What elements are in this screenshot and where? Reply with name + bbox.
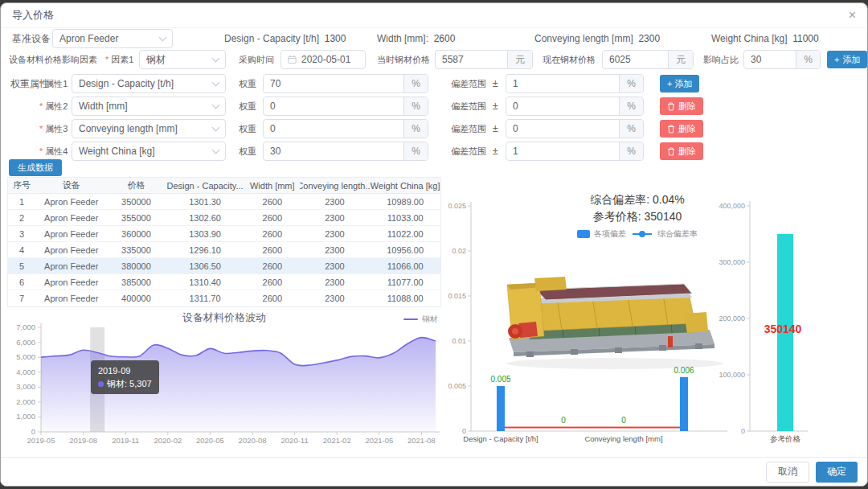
attr-select[interactable]: Conveying length [mm] xyxy=(72,119,226,138)
impact-ratio-input[interactable] xyxy=(744,51,796,68)
table-row[interactable]: 7Apron Feeder4000001311.702600230011088.… xyxy=(8,290,440,306)
attr-select[interactable]: Weight China [kg] xyxy=(72,142,226,161)
spec-capacity: Design - Capacity [t/h] 1300 xyxy=(224,29,346,48)
svg-text:2019-08: 2019-08 xyxy=(69,436,97,445)
unit-yuan: 元 xyxy=(507,51,532,68)
chevron-down-icon xyxy=(212,101,220,109)
weight-input[interactable] xyxy=(264,142,403,160)
deviation-chart-panel[interactable]: 综合偏差率: 0.04% 参考价格: 350140 各项偏差 综合偏差率 00.… xyxy=(444,179,866,450)
deviation-range-label: 偏差范围 xyxy=(451,74,486,93)
table-cell: 2300 xyxy=(300,290,371,306)
table-cell: 2300 xyxy=(300,226,371,241)
weight-label: 权重 xyxy=(239,97,256,116)
factor-select[interactable]: 钢材 xyxy=(139,50,226,69)
svg-text:2021-05: 2021-05 xyxy=(365,436,393,445)
deviation-input-group: % xyxy=(506,119,644,138)
column-header: Design - Capacity... xyxy=(165,178,245,193)
attr-select[interactable]: Design - Capacity [t/h] xyxy=(72,74,226,93)
material-factor-row: 设备材料价格影响因素 *因素1 钢材 采购时间 当时钢材价格 元 现在钢材价格 … xyxy=(1,50,867,69)
svg-text:0.015: 0.015 xyxy=(448,292,466,300)
table-cell: Apron Feeder xyxy=(35,194,108,209)
base-device-select[interactable]: Apron Feeder xyxy=(52,29,173,48)
table-cell: 2 xyxy=(8,210,35,225)
table-cell: 10956.00 xyxy=(370,242,440,257)
purchase-date-field[interactable] xyxy=(301,54,358,65)
table-cell: 11088.00 xyxy=(370,290,440,306)
svg-text:0: 0 xyxy=(561,416,566,425)
deviation-input[interactable] xyxy=(506,142,619,160)
svg-text:1,000: 1,000 xyxy=(16,412,35,421)
add-factor-button[interactable]: + 添加 xyxy=(827,51,867,68)
weight-label: 权重 xyxy=(239,142,256,161)
svg-text:0.005: 0.005 xyxy=(490,375,510,384)
table-cell: 2600 xyxy=(245,210,300,225)
table-row[interactable]: 2Apron Feeder3550001302.602600230011033.… xyxy=(8,210,440,226)
column-header: 设备 xyxy=(35,178,108,193)
svg-text:2021-02: 2021-02 xyxy=(323,436,351,445)
legend-item-bar[interactable]: 各项偏差 xyxy=(577,228,626,240)
svg-text:0.005: 0.005 xyxy=(448,382,466,390)
weight-attr-row: *属性2Width [mm]权重%偏差范围±% 删除 xyxy=(1,97,867,116)
attr-label: *属性3 xyxy=(39,119,68,138)
delete-attr-button[interactable]: 删除 xyxy=(660,97,703,115)
impact-ratio-group: % xyxy=(743,50,821,69)
chevron-down-icon xyxy=(212,124,220,132)
base-device-label: 基准设备 xyxy=(12,29,51,48)
cancel-button[interactable]: 取消 xyxy=(766,462,809,483)
price-data-table: 序号设备价格Design - Capacity...Width [mm]Conv… xyxy=(7,177,441,307)
weight-input[interactable] xyxy=(264,120,403,138)
factor-section-label: 设备材料价格影响因素 xyxy=(9,50,97,69)
spec-conveying-length: Conveying length [mm] 2300 xyxy=(534,29,660,48)
delete-attr-button[interactable]: 删除 xyxy=(660,120,703,138)
table-row[interactable]: 4Apron Feeder3350001296.102600230010956.… xyxy=(8,242,440,258)
svg-text:2020-02: 2020-02 xyxy=(154,436,182,445)
deviation-input[interactable] xyxy=(506,97,619,115)
weight-input[interactable] xyxy=(264,97,403,115)
table-cell: 2300 xyxy=(300,258,371,273)
table-row[interactable]: 3Apron Feeder3600001303.902600230011022.… xyxy=(8,226,440,242)
deviation-input[interactable] xyxy=(506,75,619,92)
table-row[interactable]: 1Apron Feeder3500001301.302600230010989.… xyxy=(8,194,440,210)
table-cell: 1306.50 xyxy=(165,258,245,273)
legend-item-line[interactable]: 综合偏差率 xyxy=(631,228,698,240)
chart-legend[interactable]: 钢材 xyxy=(403,314,438,325)
unit-percent: % xyxy=(796,51,820,68)
factor-value: 钢材 xyxy=(146,53,210,67)
table-cell: 360000 xyxy=(108,226,166,241)
purchase-time-label: 采购时间 xyxy=(239,50,274,69)
table-cell: 4 xyxy=(8,242,35,257)
attr-select[interactable]: Width [mm] xyxy=(72,97,226,116)
legend-line-swatch xyxy=(403,318,418,320)
material-price-chart[interactable]: 设备材料价格波动 钢材 01,0002,0003,0004,0005,0006,… xyxy=(7,307,441,450)
generate-data-button[interactable]: 生成数据 xyxy=(9,159,62,176)
table-cell: 2600 xyxy=(245,290,300,306)
then-price-input[interactable] xyxy=(436,51,507,68)
svg-text:3,000: 3,000 xyxy=(16,382,35,391)
table-row[interactable]: 6Apron Feeder3850001310.402600230011077.… xyxy=(8,274,440,290)
weight-input[interactable] xyxy=(264,75,403,92)
then-price-group: 元 xyxy=(435,50,533,69)
purchase-date-input[interactable] xyxy=(280,50,366,69)
svg-text:2019-11: 2019-11 xyxy=(112,436,139,445)
attr-label: *属性2 xyxy=(39,97,68,116)
svg-text:4,000: 4,000 xyxy=(16,368,35,376)
chevron-down-icon xyxy=(212,146,220,154)
then-price-label: 当时钢材价格 xyxy=(377,50,430,69)
confirm-button[interactable]: 确定 xyxy=(816,462,858,483)
delete-attr-button[interactable]: 删除 xyxy=(660,142,703,160)
dialog-header: 导入价格 × xyxy=(1,3,867,28)
table-cell: 1302.60 xyxy=(165,210,245,225)
table-cell: Apron Feeder xyxy=(35,242,108,257)
add-attr-button[interactable]: + 添加 xyxy=(660,75,699,92)
now-price-input[interactable] xyxy=(603,51,668,68)
deviation-input[interactable] xyxy=(506,120,619,138)
weight-attr-row: *属性3Conveying length [mm]权重%偏差范围±% 删除 xyxy=(1,119,867,138)
deviation-summary: 综合偏差率: 0.04% 参考价格: 350140 xyxy=(493,191,782,225)
table-row[interactable]: 5Apron Feeder3800001306.502600230011066.… xyxy=(8,258,440,274)
table-cell: 1296.10 xyxy=(165,242,245,257)
close-icon[interactable]: × xyxy=(849,9,856,22)
table-cell: 2600 xyxy=(245,274,300,290)
table-cell: 6 xyxy=(8,274,35,290)
area-chart-canvas[interactable]: 01,0002,0003,0004,0005,0006,0007,0002019… xyxy=(7,307,441,450)
base-device-value: Apron Feeder xyxy=(59,33,157,44)
